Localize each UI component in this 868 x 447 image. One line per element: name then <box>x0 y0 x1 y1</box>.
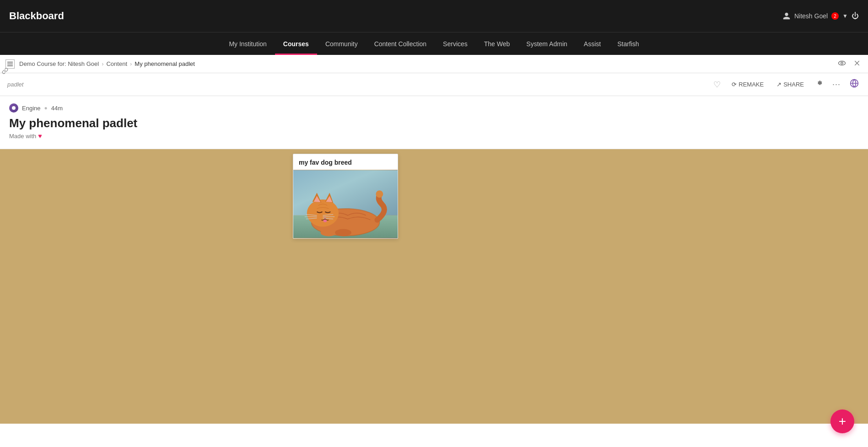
notification-badge[interactable]: 2 <box>831 12 839 20</box>
share-label: SHARE <box>783 81 804 88</box>
nav-assist[interactable]: Assist <box>576 32 609 55</box>
dropdown-arrow-icon[interactable]: ▼ <box>842 13 848 19</box>
breadcrumb-section[interactable]: Content <box>106 60 127 67</box>
svg-point-24 <box>320 229 337 237</box>
padlet-header: Engine ● 44m My phenomenal padlet Made w… <box>0 96 868 149</box>
eye-icon <box>838 59 846 67</box>
nav-services[interactable]: Services <box>435 32 476 55</box>
nav-content-collection[interactable]: Content Collection <box>366 32 435 55</box>
nav-system-admin[interactable]: System Admin <box>518 32 575 55</box>
breadcrumb-current: My phenomenal padlet <box>135 60 195 67</box>
user-name: Nitesh Goel <box>794 12 828 20</box>
globe-icon <box>850 79 859 88</box>
made-with: Made with ♥ <box>9 132 859 140</box>
heart-button[interactable]: ♡ <box>712 78 722 92</box>
breadcrumb-actions <box>836 58 863 70</box>
gear-icon <box>815 79 823 87</box>
cat-image-svg <box>293 170 398 238</box>
nav-the-web[interactable]: The Web <box>476 32 518 55</box>
preview-button[interactable] <box>836 58 848 70</box>
svg-point-11 <box>307 199 339 226</box>
post-card-image <box>293 170 398 238</box>
breadcrumb-bar: Demo Course for: Nitesh Goel › Content ›… <box>0 55 868 73</box>
user-icon <box>782 12 791 20</box>
time-ago: 44m <box>51 105 63 112</box>
svg-point-4 <box>841 62 843 64</box>
padlet-title: My phenomenal padlet <box>9 116 859 130</box>
svg-point-17 <box>323 220 327 222</box>
link-icon-container <box>0 64 10 80</box>
secondary-nav: My Institution Courses Community Content… <box>0 32 868 55</box>
close-button[interactable] <box>852 59 863 70</box>
close-icon <box>853 59 861 67</box>
svg-point-6 <box>12 106 16 110</box>
breadcrumb-course[interactable]: Demo Course for: Nitesh Goel <box>19 60 99 67</box>
user-info: Nitesh Goel 2 ▼ <box>782 12 848 20</box>
remake-button[interactable]: ⟳ REMAKE <box>728 79 767 90</box>
globe-button[interactable] <box>848 77 861 92</box>
nav-courses[interactable]: Courses <box>275 32 317 55</box>
padlet-toolbar: padlet ♡ ⟳ REMAKE ↗ SHARE ··· <box>0 73 868 96</box>
padlet-logo: padlet <box>7 81 23 88</box>
nav-links: Nitesh Goel 2 ▼ ⏻ <box>778 0 859 32</box>
brand-logo: Blackboard <box>9 10 64 22</box>
padlet-actions: ♡ ⟳ REMAKE ↗ SHARE ··· <box>712 77 861 92</box>
share-icon: ↗ <box>776 81 782 88</box>
share-button[interactable]: ↗ SHARE <box>773 79 808 90</box>
engine-icon <box>9 103 18 113</box>
padlet-meta: Engine ● 44m <box>9 103 859 113</box>
remake-icon: ⟳ <box>732 81 737 88</box>
padlet-canvas: my fav dog breed <box>0 149 868 424</box>
more-options-button[interactable]: ··· <box>830 78 842 91</box>
meta-dot: ● <box>44 105 47 111</box>
settings-button[interactable] <box>813 77 825 92</box>
remake-label: REMAKE <box>739 81 764 88</box>
power-icon[interactable]: ⏻ <box>852 12 859 20</box>
breadcrumb-separator-1: › <box>102 60 103 67</box>
heart-icon: ♥ <box>38 132 42 140</box>
top-navigation: Blackboard Nitesh Goel 2 ▼ ⏻ <box>0 0 868 32</box>
post-card-title: my fav dog breed <box>293 154 398 170</box>
engine-inner-icon <box>11 105 16 111</box>
post-card[interactable]: my fav dog breed <box>293 154 398 239</box>
nav-my-institution[interactable]: My Institution <box>221 32 275 55</box>
breadcrumb-separator-2: › <box>130 60 132 67</box>
nav-community[interactable]: Community <box>317 32 366 55</box>
svg-point-3 <box>839 61 846 65</box>
link-icon <box>2 68 8 74</box>
engine-label: Engine <box>22 105 40 112</box>
nav-starfish[interactable]: Starfish <box>609 32 647 55</box>
svg-point-25 <box>335 229 351 237</box>
svg-rect-0 <box>7 62 13 63</box>
svg-point-26 <box>376 190 383 198</box>
